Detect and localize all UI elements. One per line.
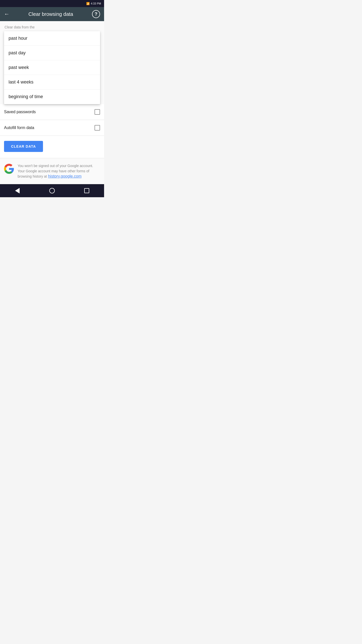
dropdown-item-past-hour[interactable]: past hour [4,31,100,46]
button-section: CLEAR DATA [0,136,104,158]
time-range-dropdown[interactable]: past hour past day past week last 4 week… [4,31,100,104]
dropdown-item-past-day[interactable]: past day [4,46,100,60]
bluetooth-icon: 📶 [86,2,90,5]
recent-square-icon [84,188,89,193]
bottom-navigation [0,184,104,197]
status-icons: 📶 4:33 PM [86,2,101,5]
dropdown-item-last-4-weeks[interactable]: last 4 weeks [4,75,100,90]
history-google-link[interactable]: history.google.com [48,174,81,178]
nav-back-button[interactable] [11,184,24,197]
saved-passwords-checkbox[interactable] [95,109,100,115]
autofill-form-data-checkbox[interactable] [95,125,100,131]
autofill-form-data-label: Autofill form data [4,126,34,130]
autofill-form-data-row: Autofill form data [0,120,104,136]
back-triangle-icon [15,188,20,193]
clear-data-button[interactable]: CLEAR DATA [4,141,43,152]
saved-passwords-row: Saved passwords [0,104,104,120]
help-button[interactable]: ? [92,10,100,18]
nav-home-button[interactable] [46,184,58,197]
page-wrapper: 📶 4:33 PM ← Clear browsing data ? Clear … [0,0,104,197]
page-title: Clear browsing data [15,11,87,17]
back-button[interactable]: ← [4,11,10,17]
back-arrow-icon: ← [4,11,10,17]
status-bar: 📶 4:33 PM [0,0,104,7]
saved-passwords-label: Saved passwords [4,110,36,114]
main-content: Clear data from the past hour past day p… [0,21,104,104]
nav-recent-button[interactable] [80,184,93,197]
clear-data-label: Clear data from the [4,25,100,29]
toolbar: ← Clear browsing data ? [0,7,104,21]
footer-text-container: You won't be signed out of your Google a… [18,163,100,179]
google-logo-icon [4,164,14,174]
home-circle-icon [49,188,55,193]
dropdown-item-beginning-of-time[interactable]: beginning of time [4,90,100,104]
checkboxes-section: Saved passwords Autofill form data [0,104,104,136]
dropdown-item-past-week[interactable]: past week [4,60,100,75]
status-bar-time: 4:33 PM [91,2,101,5]
footer-info: You won't be signed out of your Google a… [0,158,104,184]
help-icon: ? [95,12,98,17]
